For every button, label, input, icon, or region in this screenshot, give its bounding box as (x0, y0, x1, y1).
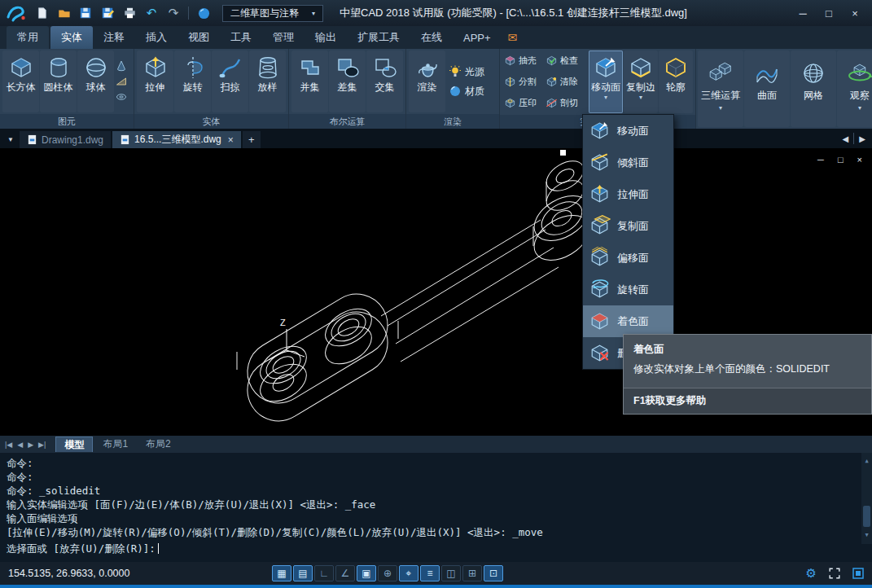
envelope-icon[interactable]: ✉ (508, 26, 518, 49)
light-button[interactable]: 光源 (449, 65, 497, 79)
cycle-select-toggle[interactable]: ⊞ (462, 565, 482, 581)
intersect-button[interactable]: 交集 (366, 50, 403, 112)
sphere-button[interactable]: 球体 (77, 50, 114, 112)
fullscreen-icon[interactable] (828, 567, 841, 580)
shell-button[interactable]: 抽壳 (504, 50, 545, 71)
tab-close-icon[interactable]: × (228, 134, 234, 146)
command-scrollbar[interactable]: ▲ ▼ (861, 453, 872, 544)
nav-last-icon[interactable]: ▶| (38, 441, 46, 449)
tab-annotate[interactable]: 注释 (93, 26, 135, 49)
quick-props-toggle[interactable]: ⊡ (484, 565, 503, 581)
check-button[interactable]: 检查 (546, 50, 586, 71)
outline-button[interactable]: 轮廓 (659, 50, 693, 113)
menu-item-offset-face[interactable]: 偏移面 (583, 242, 673, 274)
scroll-up-icon[interactable]: ▲ (865, 454, 868, 468)
copy-edge-button[interactable]: 复制边 ▾ (624, 50, 658, 113)
layout-tab-layout2[interactable]: 布局2 (138, 437, 179, 452)
move-face-button[interactable]: 移动面 ▾ (589, 50, 623, 113)
menu-item-extrude-face[interactable]: 拉伸面 (583, 178, 673, 210)
minimize-button[interactable]: ─ (791, 4, 815, 22)
nav-first-icon[interactable]: |◀ (5, 441, 12, 449)
nav-next-icon[interactable]: ▶ (28, 441, 33, 449)
doc-tab-drawing1[interactable]: Drawing1.dwg (20, 131, 111, 148)
child-restore-button[interactable]: □ (838, 155, 844, 165)
app-logo-icon[interactable] (5, 3, 26, 23)
cylinder-button[interactable]: 圆柱体 (40, 50, 77, 112)
box-button[interactable]: 长方体 (2, 50, 39, 112)
tab-view[interactable]: 视图 (177, 26, 220, 49)
tab-manage[interactable]: 管理 (262, 26, 305, 49)
open-folder-icon[interactable] (56, 6, 71, 20)
transparency-toggle[interactable]: ◫ (441, 565, 461, 581)
tab-express[interactable]: 扩展工具 (347, 26, 410, 49)
scroll-down-icon[interactable]: ▼ (865, 529, 868, 542)
subtract-button[interactable]: 差集 (329, 50, 366, 112)
command-history-line: 命令: _solidedit (7, 484, 865, 498)
save-as-icon[interactable] (100, 6, 115, 20)
sweep-button[interactable]: 扫掠 (212, 50, 248, 112)
cone-icon[interactable] (115, 59, 128, 72)
tab-app-plus[interactable]: APP+ (453, 26, 502, 49)
material-button[interactable]: 材质 (449, 85, 497, 99)
tab-tools[interactable]: 工具 (220, 26, 262, 49)
menu-item-taper-face[interactable]: 倾斜面 (583, 147, 673, 178)
child-minimize-button[interactable]: ─ (817, 155, 824, 165)
close-button[interactable]: × (843, 4, 867, 22)
wedge-icon[interactable] (115, 75, 128, 88)
union-button[interactable]: 并集 (291, 50, 328, 112)
ribbon: 长方体 圆柱体 球体 图元 (0, 49, 872, 129)
dyn-input-toggle[interactable]: ⌖ (399, 565, 418, 581)
mesh-button[interactable]: 网格 (791, 50, 836, 127)
ortho-toggle[interactable]: ∟ (314, 565, 334, 581)
doc-tab-active[interactable]: 16.5...三维模型.dwg × (112, 131, 241, 148)
clean-screen-icon[interactable] (852, 568, 864, 579)
gear-icon[interactable]: ⚙ (806, 566, 817, 581)
lineweight-toggle[interactable]: ≡ (420, 565, 440, 581)
imprint-button[interactable]: 压印 (504, 93, 545, 113)
slice-button[interactable]: 剖切 (546, 93, 586, 113)
clean-button[interactable]: 清除 (546, 72, 586, 92)
nav-prev-icon[interactable]: ◀ (17, 441, 23, 449)
command-line-area[interactable]: 命令: 命令: 命令: _solidedit 输入实体编辑选项 [面(F)/边(… (0, 453, 872, 562)
separate-button[interactable]: 分割 (504, 72, 545, 92)
tab-scroll-left-icon[interactable]: ◀ (843, 134, 849, 143)
torus-icon[interactable] (115, 90, 128, 103)
surface-button[interactable]: 曲面 (744, 50, 790, 127)
extrude-button[interactable]: 拉伸 (137, 50, 173, 112)
menu-item-copy-face[interactable]: 复制面 (583, 210, 673, 242)
grid-toggle[interactable]: ▤ (293, 565, 313, 581)
render-button[interactable]: 渲染 (409, 50, 445, 112)
layout-tab-layout1[interactable]: 布局1 (94, 437, 136, 452)
tab-output[interactable]: 输出 (305, 26, 347, 49)
scrollbar-thumb[interactable] (863, 506, 870, 527)
tab-solid[interactable]: 实体 (50, 26, 93, 49)
revolve-button[interactable]: 旋转 (174, 50, 211, 112)
child-close-button[interactable]: × (857, 155, 862, 165)
layout-tab-model[interactable]: 模型 (55, 437, 93, 452)
menu-item-move-face[interactable]: 移动面 (583, 115, 673, 147)
observe-button[interactable]: 观察 ▾ (837, 50, 872, 127)
workspace-dropdown[interactable]: 二维草图与注释 ▾ (222, 5, 323, 22)
print-icon[interactable] (122, 6, 137, 20)
snap-toggle[interactable]: ▦ (272, 565, 291, 581)
otrack-toggle[interactable]: ⊕ (378, 565, 397, 581)
new-file-icon[interactable] (34, 6, 49, 20)
menu-item-rotate-face[interactable]: 旋转面 (583, 274, 673, 305)
new-tab-button[interactable]: + (243, 131, 261, 148)
command-input-line[interactable]: 选择面或 [放弃(U)/删除(R)]: (7, 542, 865, 555)
redo-icon[interactable]: ↷ (166, 6, 181, 20)
loft-button[interactable]: 放样 (249, 50, 286, 112)
polar-toggle[interactable]: ∠ (335, 565, 355, 581)
undo-icon[interactable]: ↶ (144, 6, 159, 20)
doc-tab-menu-icon[interactable]: ▼ (3, 131, 18, 148)
save-icon[interactable] (78, 6, 93, 20)
help-sphere-icon[interactable] (196, 6, 211, 20)
3d-operations-button[interactable]: 三维运算 ▾ (698, 50, 743, 127)
tab-insert[interactable]: 插入 (135, 26, 177, 49)
maximize-button[interactable]: □ (817, 4, 841, 22)
tab-online[interactable]: 在线 (410, 26, 453, 49)
tab-scroll-right-icon[interactable]: ▶ (859, 134, 865, 143)
tab-home[interactable]: 常用 (7, 26, 49, 49)
menu-item-shade-face[interactable]: 着色面 (583, 305, 673, 337)
osnap-toggle[interactable]: ▣ (357, 565, 376, 581)
